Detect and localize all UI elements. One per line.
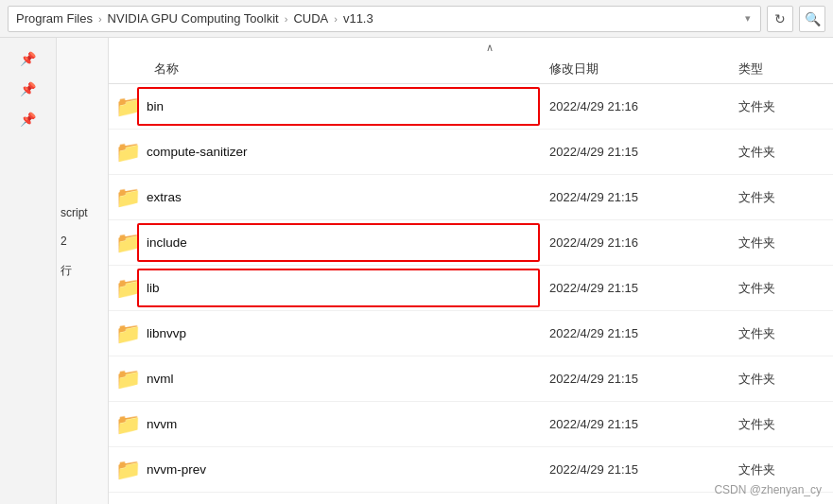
path-dropdown-arrow: ▾ — [743, 12, 753, 25]
path-segment-2: NVIDIA GPU Computing Toolkit — [108, 11, 279, 26]
refresh-button[interactable]: ↻ — [767, 6, 793, 32]
file-name: bin — [147, 99, 549, 113]
file-date: 2022/4/29 21:16 — [549, 235, 738, 250]
col-header-type[interactable]: 类型 — [738, 61, 833, 78]
file-rows-container: 📁bin2022/4/29 21:16文件夹📁compute-sanitizer… — [109, 84, 833, 493]
pin-icon-3: 📌 — [20, 112, 36, 127]
file-date: 2022/4/29 21:15 — [549, 372, 738, 386]
up-arrow-icon: ∧ — [486, 42, 494, 54]
path-segment-1: Program Files — [16, 11, 93, 26]
pin-button-3[interactable]: 📌 — [11, 106, 45, 132]
file-name: include — [147, 235, 549, 250]
folder-icon: 📁 — [115, 276, 141, 301]
file-row[interactable]: 📁nvml2022/4/29 21:15文件夹 — [109, 356, 833, 402]
file-date: 2022/4/29 21:15 — [549, 190, 738, 204]
refresh-icon: ↻ — [774, 11, 786, 26]
col-header-name[interactable]: 名称 — [147, 61, 549, 78]
up-arrow-row[interactable]: ∧ — [109, 38, 833, 54]
folder-icon-cell: 📁 — [109, 140, 147, 165]
file-type: 文件夹 — [738, 280, 833, 297]
search-button[interactable]: 🔍 — [799, 6, 825, 32]
file-name: lib — [147, 281, 549, 295]
file-date: 2022/4/29 21:15 — [549, 145, 738, 159]
main-area: 📌 📌 📌 script 2 行 ∧ 名称 修改日期 类型 📁bin2022/4… — [0, 38, 833, 504]
file-name: compute-sanitizer — [147, 145, 549, 159]
col-header-date[interactable]: 修改日期 — [549, 61, 738, 78]
file-type: 文件夹 — [738, 235, 833, 252]
pin-button-2[interactable]: 📌 — [11, 76, 45, 102]
folder-icon-cell: 📁 — [109, 322, 147, 346]
column-headers: 名称 修改日期 类型 — [109, 54, 833, 84]
file-row[interactable]: 📁extras2022/4/29 21:15文件夹 — [109, 175, 833, 220]
file-type: 文件夹 — [738, 416, 833, 433]
file-name: nvml — [147, 372, 549, 386]
left-label-row: 行 — [57, 255, 108, 287]
folder-icon: 📁 — [115, 367, 141, 391]
folder-icon: 📁 — [115, 140, 141, 165]
pin-icon-2: 📌 — [20, 81, 36, 96]
path-sep-2: › — [283, 13, 290, 25]
folder-icon-cell: 📁 — [109, 231, 147, 255]
file-date: 2022/4/29 21:16 — [549, 99, 738, 113]
pin-icon-1: 📌 — [20, 51, 36, 66]
left-labels-panel: script 2 行 — [57, 38, 109, 504]
file-row[interactable]: 📁include2022/4/29 21:16文件夹 — [109, 220, 833, 266]
left-label-2: 2 — [57, 227, 108, 255]
folder-icon: 📁 — [115, 95, 141, 119]
address-bar: Program Files › NVIDIA GPU Computing Too… — [0, 0, 833, 38]
file-row[interactable]: 📁compute-sanitizer2022/4/29 21:15文件夹 — [109, 130, 833, 175]
file-name: nvvm-prev — [147, 462, 549, 477]
path-segment-4: v11.3 — [343, 11, 373, 26]
file-type: 文件夹 — [738, 371, 833, 388]
folder-icon: 📁 — [115, 322, 141, 346]
file-date: 2022/4/29 21:15 — [549, 462, 738, 477]
watermark: CSDN @zhenyan_cy — [714, 483, 822, 496]
path-segment-3: CUDA — [293, 11, 328, 26]
folder-icon-cell: 📁 — [109, 412, 147, 437]
path-bar[interactable]: Program Files › NVIDIA GPU Computing Too… — [8, 6, 761, 32]
file-date: 2022/4/29 21:15 — [549, 417, 738, 431]
file-name: nvvm — [147, 417, 549, 431]
file-list[interactable]: ∧ 名称 修改日期 类型 📁bin2022/4/29 21:16文件夹📁comp… — [109, 38, 833, 504]
file-row[interactable]: 📁lib2022/4/29 21:15文件夹 — [109, 266, 833, 311]
file-type: 文件夹 — [738, 98, 833, 115]
folder-icon: 📁 — [115, 458, 141, 482]
sidebar: 📌 📌 📌 — [0, 38, 57, 504]
folder-icon-cell: 📁 — [109, 95, 147, 119]
folder-icon: 📁 — [115, 412, 141, 437]
file-type: 文件夹 — [738, 461, 833, 478]
file-row[interactable]: 📁bin2022/4/29 21:16文件夹 — [109, 84, 833, 130]
folder-icon: 📁 — [115, 231, 141, 255]
path-sep-1: › — [96, 13, 104, 25]
folder-icon-cell: 📁 — [109, 185, 147, 210]
file-type: 文件夹 — [738, 325, 833, 342]
folder-icon-cell: 📁 — [109, 458, 147, 482]
file-row[interactable]: 📁libnvvp2022/4/29 21:15文件夹 — [109, 311, 833, 356]
file-date: 2022/4/29 21:15 — [549, 281, 738, 295]
file-type: 文件夹 — [738, 144, 833, 161]
left-label-script: script — [57, 199, 108, 227]
search-icon: 🔍 — [805, 11, 821, 26]
file-name: extras — [147, 190, 549, 204]
file-name: libnvvp — [147, 326, 549, 340]
folder-icon-cell: 📁 — [109, 276, 147, 301]
folder-icon: 📁 — [115, 185, 141, 210]
file-type: 文件夹 — [738, 189, 833, 206]
folder-icon-cell: 📁 — [109, 367, 147, 391]
path-sep-3: › — [332, 13, 339, 25]
file-row[interactable]: 📁nvvm2022/4/29 21:15文件夹 — [109, 402, 833, 447]
file-date: 2022/4/29 21:15 — [549, 326, 738, 340]
pin-button-1[interactable]: 📌 — [11, 45, 45, 72]
